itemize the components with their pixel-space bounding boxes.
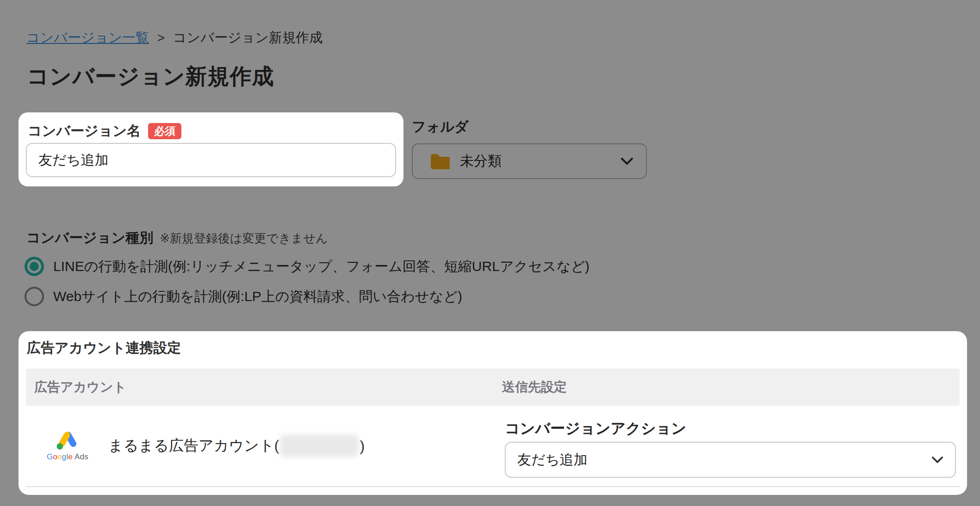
- ad-table-header: 広告アカウント 送信先設定: [26, 369, 960, 406]
- conversion-name-label: コンバージョン名: [28, 122, 141, 141]
- google-ads-logo: Google Ads: [40, 430, 95, 462]
- chevron-down-icon: [932, 457, 943, 463]
- ad-account-name-close-paren: ): [360, 438, 365, 455]
- conversion-name-input[interactable]: [26, 143, 396, 177]
- google-ads-mark-icon: [56, 430, 80, 450]
- destination-cell: コンバージョンアクション 友だち追加: [502, 406, 960, 486]
- ad-account-link-panel: 広告アカウント連携設定 広告アカウント 送信先設定 Google Ads まるま…: [19, 331, 967, 495]
- conversion-action-label: コンバージョンアクション: [505, 419, 686, 439]
- ad-account-name-text: まるまる広告アカウント(: [108, 436, 279, 456]
- ad-account-cell: Google Ads まるまる広告アカウント( ): [26, 406, 502, 486]
- conversion-action-select[interactable]: 友だち追加: [505, 442, 956, 478]
- conversion-name-card: コンバージョン名 必須: [19, 112, 403, 186]
- google-ads-wordmark: Google Ads: [47, 452, 88, 462]
- ad-panel-title: 広告アカウント連携設定: [27, 339, 181, 358]
- ad-account-name: まるまる広告アカウント( ): [108, 435, 365, 457]
- conversion-action-value: 友だち追加: [517, 450, 587, 469]
- table-row: Google Ads まるまる広告アカウント( ) コンバージョンアクション 友…: [26, 406, 960, 487]
- redacted-account-id: [280, 435, 359, 457]
- column-header-ad-account: 広告アカウント: [26, 378, 502, 396]
- column-header-destination: 送信先設定: [502, 378, 960, 396]
- required-badge: 必須: [148, 123, 181, 139]
